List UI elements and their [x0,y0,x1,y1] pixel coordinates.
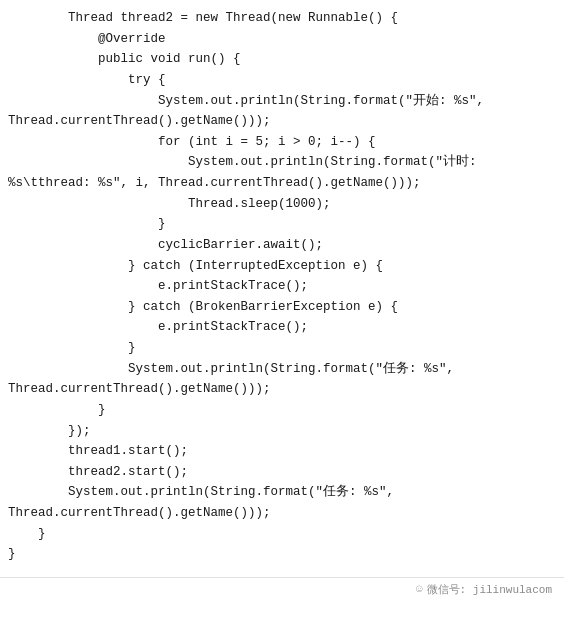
code-line-27: } [0,544,564,565]
code-line-15: } catch (BrokenBarrierException e) { [0,297,564,318]
code-line-26: } [0,524,564,545]
code-line-7: for (int i = 5; i > 0; i--) { [0,132,564,153]
watermark: ☺ 微信号: jilinwulacom [416,582,552,597]
code-line-25: Thread.currentThread().getName())); [0,503,564,524]
code-line-23: thread2.start(); [0,462,564,483]
code-line-9: %s\tthread: %s", i, Thread.currentThread… [0,173,564,194]
code-line-10: Thread.sleep(1000); [0,194,564,215]
code-line-21: }); [0,421,564,442]
code-line-14: e.printStackTrace(); [0,276,564,297]
code-line-16: e.printStackTrace(); [0,317,564,338]
code-line-1: Thread thread2 = new Thread(new Runnable… [0,8,564,29]
code-line-5: System.out.println(String.format("开始: %s… [0,91,564,112]
watermark-icon: ☺ [416,583,423,595]
code-line-2: @Override [0,29,564,50]
code-line-4: try { [0,70,564,91]
code-block: Thread thread2 = new Thread(new Runnable… [0,0,564,573]
code-line-12: cyclicBarrier.await(); [0,235,564,256]
code-line-8: System.out.println(String.format("计时: [0,152,564,173]
footer: ☺ 微信号: jilinwulacom [0,577,564,603]
code-line-20: } [0,400,564,421]
code-line-6: Thread.currentThread().getName())); [0,111,564,132]
code-line-13: } catch (InterruptedException e) { [0,256,564,277]
code-line-17: } [0,338,564,359]
watermark-text: 微信号: jilinwulacom [427,582,552,597]
code-line-24: System.out.println(String.format("任务: %s… [0,482,564,503]
code-line-3: public void run() { [0,49,564,70]
code-line-11: } [0,214,564,235]
code-line-19: Thread.currentThread().getName())); [0,379,564,400]
code-line-22: thread1.start(); [0,441,564,462]
code-line-18: System.out.println(String.format("任务: %s… [0,359,564,380]
